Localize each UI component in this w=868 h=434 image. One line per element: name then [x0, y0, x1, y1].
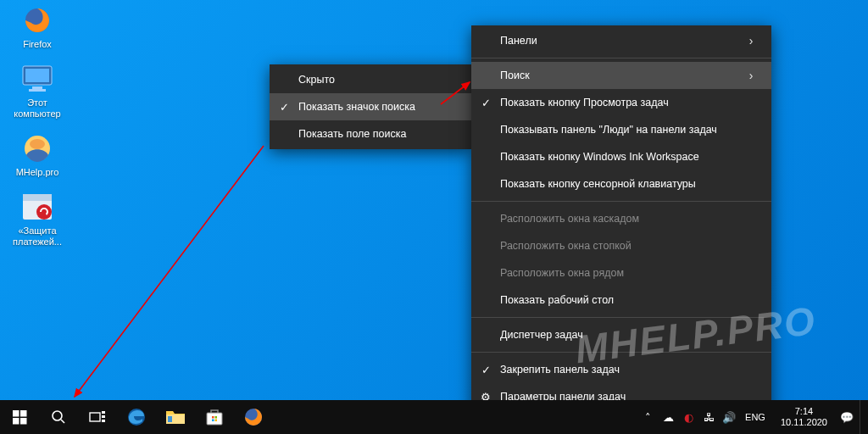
taskbar-app-explorer[interactable] — [156, 400, 195, 434]
action-center-icon[interactable]: 💬 — [839, 411, 854, 424]
show-desktop-button[interactable] — [860, 400, 865, 434]
desktop-icon-firefox[interactable]: Firefox — [5, 0, 70, 58]
tray-clock[interactable]: 7:14 10.11.2020 — [774, 406, 834, 428]
menu-item-label: Показать кнопку сенсорной клавиатуры — [500, 178, 760, 190]
menu-item-task-view[interactable]: ✓ Показать кнопку Просмотра задач — [471, 89, 771, 116]
menu-item-label: Расположить окна стопкой — [500, 240, 760, 252]
menu-item-label: Показать кнопку Просмотра задач — [500, 97, 760, 108]
menu-item-cascade: Расположить окна каскадом — [471, 205, 771, 232]
taskbar-app-firefox[interactable] — [234, 400, 273, 434]
menu-item-ink-workspace[interactable]: Показать кнопку Windows Ink Workspace — [471, 143, 771, 170]
menu-item-search[interactable]: Поиск › — [471, 62, 771, 89]
desktop-icon-this-pc[interactable]: Этоткомпьютер — [5, 58, 70, 128]
desktop-icon-mhelp[interactable]: MHelp.pro — [5, 128, 70, 186]
tray-trend-icon[interactable]: ◐ — [681, 411, 696, 424]
desktop-icons: Firefox Этоткомпьютер MHelp.pro «Защитап… — [5, 0, 73, 256]
tray-network-icon[interactable]: 🖧 — [701, 411, 716, 424]
edge-icon — [126, 407, 147, 427]
tray-volume-icon[interactable]: 🔊 — [721, 411, 737, 424]
svg-rect-13 — [20, 410, 27, 417]
svg-rect-21 — [102, 420, 105, 422]
menu-item-label: Показывать панель "Люди" на панели задач — [500, 124, 760, 136]
menu-item-label: Закрепить панель задач — [500, 364, 760, 376]
this-pc-icon — [19, 62, 56, 96]
desktop-icon-label: MHelp.pro — [5, 167, 70, 178]
tray-date: 10.11.2020 — [781, 417, 827, 428]
taskbar-app-store[interactable] — [195, 400, 234, 434]
svg-rect-19 — [102, 411, 105, 414]
svg-rect-8 — [23, 194, 52, 201]
mhelp-icon — [19, 131, 56, 165]
tray-language[interactable]: ENG — [742, 412, 769, 422]
svg-line-10 — [75, 146, 264, 397]
tray-chevron-up-icon[interactable]: ˄ — [640, 411, 655, 424]
menu-item-label: Расположить окна рядом — [500, 267, 760, 279]
svg-rect-27 — [215, 416, 218, 419]
svg-line-17 — [61, 420, 64, 423]
task-view-icon — [89, 410, 106, 424]
tray-onedrive-icon[interactable]: ☁ — [660, 411, 676, 424]
svg-rect-28 — [212, 420, 214, 422]
menu-separator — [471, 352, 771, 353]
svg-rect-14 — [13, 418, 19, 425]
menu-item-label: Показать кнопку Windows Ink Workspace — [500, 151, 760, 163]
menu-item-label: Диспетчер задач — [500, 329, 760, 341]
menu-item-label: Поиск — [500, 70, 743, 81]
task-view-button[interactable] — [78, 400, 117, 434]
menu-item-touch-keyboard[interactable]: Показать кнопку сенсорной клавиатуры — [471, 170, 771, 198]
submenu-item-show-search-box[interactable]: Показать поле поиска — [270, 120, 471, 147]
check-icon: ✓ — [471, 364, 500, 376]
chevron-right-icon: › — [743, 34, 760, 47]
menu-separator — [471, 201, 771, 202]
search-icon — [51, 409, 66, 425]
menu-item-lock-taskbar[interactable]: ✓ Закрепить панель задач — [471, 356, 771, 383]
desktop-icon-label: Firefox — [5, 39, 70, 50]
firefox-icon — [243, 407, 264, 427]
menu-item-toolbars[interactable]: Панели › — [471, 27, 771, 54]
menu-item-label: Панели — [500, 35, 743, 47]
check-icon: ✓ — [270, 101, 298, 114]
search-submenu: Скрыто ✓ Показать значок поиска Показать… — [270, 64, 471, 149]
menu-item-task-manager[interactable]: Диспетчер задач — [471, 321, 771, 348]
svg-rect-20 — [102, 415, 105, 418]
submenu-item-show-search-icon[interactable]: ✓ Показать значок поиска — [270, 93, 471, 120]
folder-icon — [165, 409, 186, 426]
taskbar[interactable]: ˄ ☁ ◐ 🖧 🔊 ENG 7:14 10.11.2020 💬 — [0, 400, 868, 434]
svg-rect-26 — [212, 416, 214, 419]
taskbar-app-edge[interactable] — [117, 400, 156, 434]
menu-item-label: Показать поле поиска — [298, 128, 459, 140]
menu-item-people[interactable]: Показывать панель "Люди" на панели задач — [471, 116, 771, 143]
menu-item-stack: Расположить окна стопкой — [471, 232, 771, 259]
tray-time: 7:14 — [781, 406, 827, 417]
trend-icon — [19, 190, 56, 224]
desktop[interactable]: Firefox Этоткомпьютер MHelp.pro «Защитап… — [0, 0, 868, 434]
taskbar-context-menu: Панели › Поиск › ✓ Показать кнопку Просм… — [471, 25, 771, 412]
svg-point-9 — [36, 204, 52, 220]
desktop-icon-trend[interactable]: «Защитаплатежей... — [5, 186, 70, 256]
firefox-icon — [19, 3, 56, 37]
desktop-icon-label: Этоткомпьютер — [5, 97, 70, 120]
svg-rect-18 — [90, 413, 100, 421]
windows-icon — [13, 410, 27, 425]
menu-separator — [471, 58, 771, 58]
svg-rect-24 — [168, 416, 172, 422]
start-button[interactable] — [0, 400, 39, 434]
taskbar-search-button[interactable] — [39, 400, 78, 434]
svg-rect-15 — [20, 418, 27, 425]
menu-item-label: Показать рабочий стол — [500, 294, 760, 306]
check-icon: ✓ — [471, 97, 500, 109]
menu-item-label: Расположить окна каскадом — [500, 213, 760, 225]
svg-rect-3 — [32, 86, 42, 89]
submenu-item-hidden[interactable]: Скрыто — [270, 66, 471, 93]
menu-item-show-desktop[interactable]: Показать рабочий стол — [471, 287, 771, 314]
svg-rect-25 — [207, 413, 222, 425]
menu-separator — [471, 317, 771, 318]
svg-rect-29 — [215, 420, 218, 422]
menu-item-side-by-side: Расположить окна рядом — [471, 259, 771, 287]
menu-item-label: Показать значок поиска — [298, 101, 459, 113]
system-tray[interactable]: ˄ ☁ ◐ 🖧 🔊 ENG 7:14 10.11.2020 💬 — [640, 400, 868, 434]
svg-point-6 — [30, 139, 45, 149]
store-icon — [205, 408, 224, 426]
desktop-icon-label: «Защитаплатежей... — [5, 225, 70, 248]
svg-rect-12 — [13, 410, 19, 417]
